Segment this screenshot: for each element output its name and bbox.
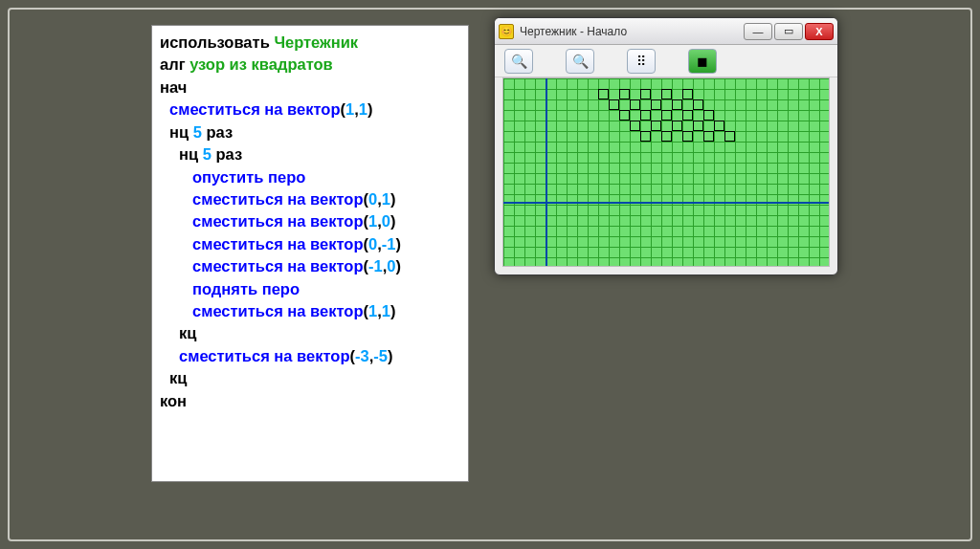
drawn-square (661, 110, 672, 121)
module-name: Чертежник (274, 33, 358, 51)
drawn-square (703, 131, 714, 142)
reset-icon: ◼ (697, 54, 708, 69)
drawn-square (640, 131, 651, 142)
close-button[interactable]: X (805, 23, 834, 40)
drawn-square (609, 99, 619, 110)
zoom-in-icon: 🔍 (511, 54, 527, 69)
minimize-button[interactable]: — (744, 23, 772, 40)
window-title: Чертежник - Начало (520, 25, 627, 38)
reset-button[interactable]: ◼ (688, 49, 717, 74)
grid-icon: ⠿ (636, 54, 646, 69)
drawn-square (651, 121, 661, 131)
titlebar[interactable]: 😊 Чертежник - Начало — ▭ X (495, 18, 837, 45)
drawn-square (619, 89, 630, 99)
drawn-square (724, 131, 735, 142)
alg-name: узор из квадратов (189, 55, 333, 73)
drawn-square (682, 131, 693, 142)
drawn-square (714, 121, 724, 131)
kw-end: кон (160, 392, 187, 409)
drawn-square (640, 110, 651, 121)
drawn-square (672, 121, 682, 131)
drawn-square (651, 99, 661, 110)
zoom-out-button[interactable]: 🔍 (566, 49, 594, 74)
drawn-square (661, 131, 672, 142)
kw-alg: алг (160, 55, 186, 73)
zoom-out-icon: 🔍 (572, 54, 589, 69)
drawn-square (672, 99, 682, 110)
drawn-square (630, 99, 640, 110)
drawn-square (693, 99, 703, 110)
drawn-square (619, 110, 630, 121)
drawn-square (682, 89, 693, 99)
code-panel: использовать Чертежник алг узор из квадр… (151, 25, 469, 482)
drawn-square (598, 89, 609, 99)
kw-begin: нач (160, 78, 187, 96)
drawn-square (703, 110, 714, 121)
grid-button[interactable]: ⠿ (627, 49, 656, 74)
drawn-square (630, 121, 640, 131)
drawn-square (640, 89, 651, 99)
drafter-window: 😊 Чертежник - Начало — ▭ X 🔍 🔍 ⠿ ◼ (494, 17, 838, 275)
maximize-button[interactable]: ▭ (774, 23, 803, 40)
drawn-square (693, 121, 703, 131)
toolbar: 🔍 🔍 ⠿ ◼ (495, 45, 837, 77)
drawn-square (661, 89, 672, 99)
kw-endloop: кц (179, 324, 196, 341)
app-icon: 😊 (499, 24, 514, 39)
canvas[interactable] (502, 77, 830, 267)
cmd-pen-up: поднять перо (192, 280, 300, 297)
kw-use: использовать (160, 33, 270, 51)
cmd-move: сместиться на вектор (169, 100, 340, 118)
drawn-square (682, 110, 693, 121)
drawing-layer (503, 78, 829, 266)
zoom-in-button[interactable]: 🔍 (504, 49, 533, 74)
cmd-pen-down: опустить перо (192, 168, 305, 186)
